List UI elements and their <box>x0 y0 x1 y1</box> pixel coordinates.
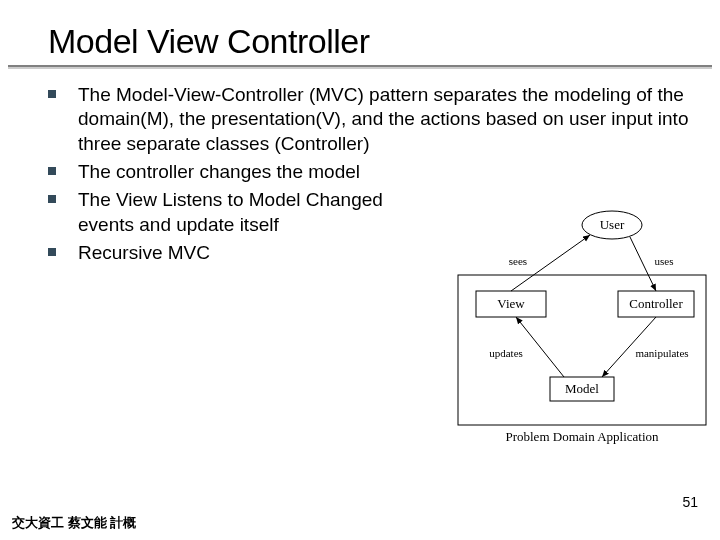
page-number: 51 <box>682 494 698 510</box>
diagram-model-label: Model <box>565 381 599 396</box>
list-item: The View Listens to Model Changed events… <box>48 188 428 237</box>
content-area: The Model-View-Controller (MVC) pattern … <box>0 67 720 265</box>
slide-title: Model View Controller <box>0 0 720 65</box>
diagram-caption: Problem Domain Application <box>505 429 659 444</box>
diagram-edge-manipulates: manipulates <box>635 347 688 359</box>
svg-line-7 <box>516 317 564 377</box>
list-item: The Model-View-Controller (MVC) pattern … <box>48 83 720 156</box>
footer-text: 交大資工 蔡文能 計概 <box>12 514 136 532</box>
list-item: The controller changes the model <box>48 160 720 184</box>
diagram-controller-label: Controller <box>629 296 683 311</box>
list-item: Recursive MVC <box>48 241 428 265</box>
diagram-edge-uses: uses <box>655 255 674 267</box>
diagram-edge-updates: updates <box>489 347 523 359</box>
mvc-diagram: User View Controller Model sees <box>452 207 712 447</box>
diagram-edge-sees: sees <box>509 255 527 267</box>
svg-line-6 <box>630 237 656 291</box>
diagram-view-label: View <box>497 296 525 311</box>
diagram-user-label: User <box>600 217 625 232</box>
